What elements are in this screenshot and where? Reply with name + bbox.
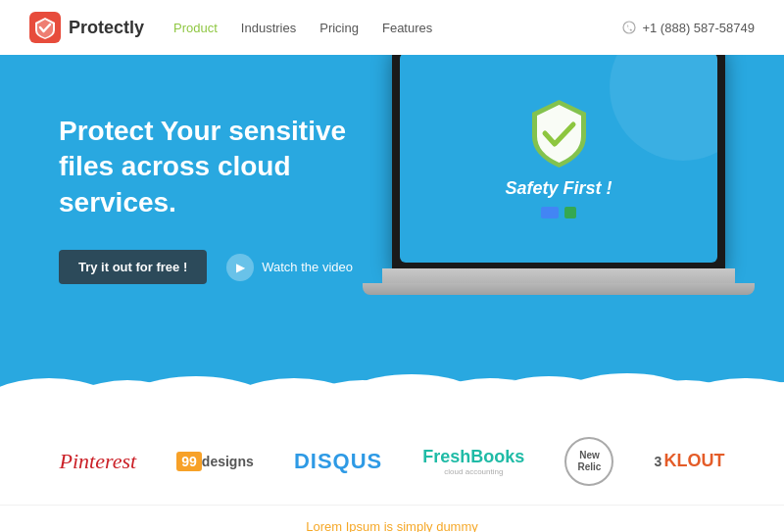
footer-highlight: Ipsum xyxy=(346,519,380,532)
partner-klout: 3KLOUT xyxy=(655,451,725,471)
freshbooks-sub: cloud accounting xyxy=(444,467,503,476)
screen-shield-icon xyxy=(527,97,591,170)
99-badge: 99 xyxy=(176,452,202,471)
nav-industries[interactable]: Industries xyxy=(241,21,296,35)
screen-safety-text: Safety First ! xyxy=(505,178,612,199)
screen-badges xyxy=(541,207,576,218)
klout-k: 3 xyxy=(655,454,662,469)
hero-section: Protect Your sensitive files across clou… xyxy=(0,55,784,417)
newrelic-text: NewRelic xyxy=(578,450,602,473)
footer: Lorem Ipsum is simply dummy xyxy=(0,506,784,532)
navbar: Protectly Product Industries Pricing Fea… xyxy=(0,0,784,55)
cta-button[interactable]: Try it out for free ! xyxy=(59,250,207,284)
laptop-screen-inner: Safety First ! xyxy=(400,55,717,263)
nav-links: Product Industries Pricing Features xyxy=(173,21,622,35)
partner-99designs: 99 designs xyxy=(176,452,253,471)
newrelic-logo: NewRelic xyxy=(564,437,613,486)
badge-green xyxy=(564,207,576,218)
partner-freshbooks: FreshBooks cloud accounting xyxy=(422,447,524,476)
laptop-bottom xyxy=(363,283,755,295)
nav-pricing[interactable]: Pricing xyxy=(319,21,359,35)
video-label: Watch the video xyxy=(262,260,353,274)
partner-disqus: DISQUS xyxy=(294,449,382,474)
video-button[interactable]: ▶ Watch the video xyxy=(226,254,353,281)
play-icon: ▶ xyxy=(226,254,254,281)
logo[interactable]: Protectly xyxy=(29,12,144,43)
partner-pinterest: Pinterest xyxy=(60,449,137,474)
phone-icon xyxy=(622,21,636,34)
badge-google xyxy=(541,207,559,218)
nav-features[interactable]: Features xyxy=(382,21,432,35)
footer-before: Lorem xyxy=(306,519,345,532)
hero-title: Protect Your sensitive files across clou… xyxy=(59,114,372,220)
laptop: Safety First ! xyxy=(382,55,755,378)
phone-text: +1 (888) 587-58749 xyxy=(642,21,755,35)
laptop-illustration: Safety First ! xyxy=(382,55,755,378)
designs-text: designs xyxy=(202,454,254,469)
hero-buttons: Try it out for free ! ▶ Watch the video xyxy=(59,250,372,284)
partner-newrelic: NewRelic xyxy=(564,437,613,486)
svg-point-1 xyxy=(623,22,635,33)
hero-content: Protect Your sensitive files across clou… xyxy=(59,114,372,284)
nav-product[interactable]: Product xyxy=(173,21,218,35)
logo-icon xyxy=(29,12,61,43)
partners-section: Pinterest 99 designs DISQUS FreshBooks c… xyxy=(0,417,784,506)
footer-after: is simply dummy xyxy=(380,519,478,532)
phone-number: +1 (888) 587-58749 xyxy=(622,21,755,35)
freshbooks-text: FreshBooks xyxy=(422,447,524,467)
logo-text: Protectly xyxy=(69,18,144,38)
laptop-screen-outer: Safety First ! xyxy=(392,55,725,270)
clouds xyxy=(0,359,784,417)
